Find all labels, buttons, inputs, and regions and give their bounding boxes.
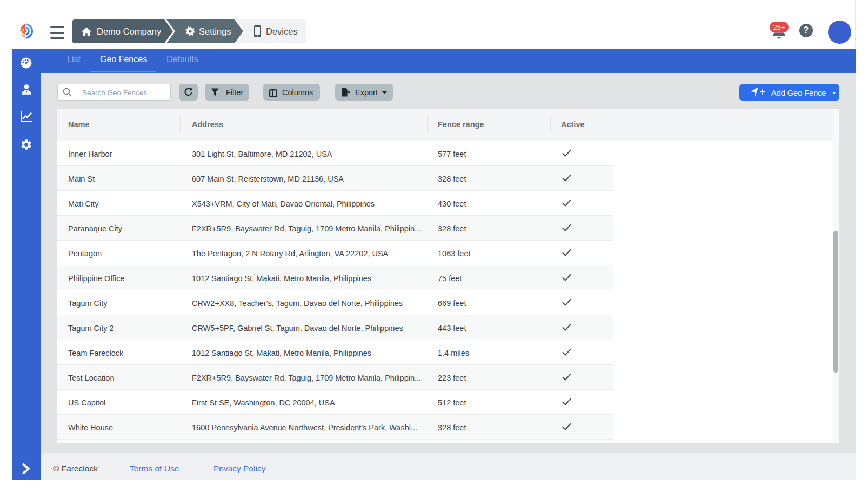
svg-text:25+: 25+ (773, 23, 785, 31)
svg-text:Settings: Settings (199, 26, 231, 36)
svg-text:Demo Company: Demo Company (97, 26, 162, 36)
svg-text:Devices: Devices (266, 26, 298, 36)
